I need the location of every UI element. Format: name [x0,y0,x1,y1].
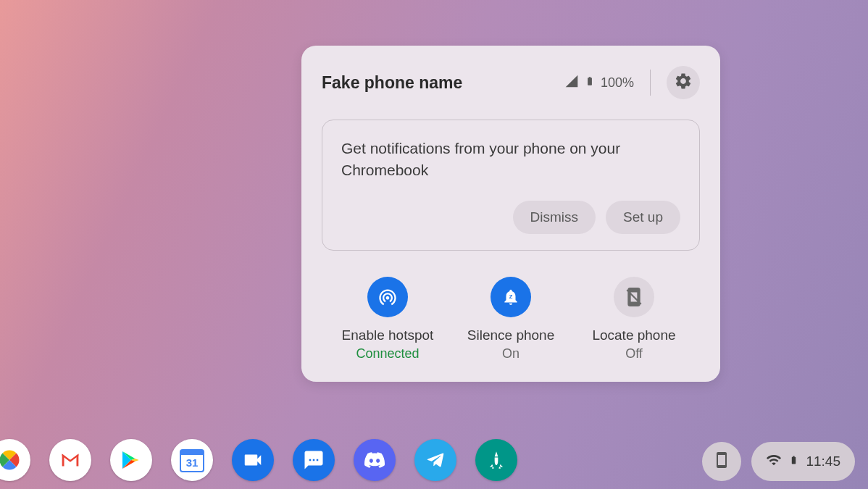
app-photos[interactable] [0,439,30,481]
tile-status: Off [625,346,643,361]
silence-icon: Z [491,277,531,317]
phone-hub-button[interactable] [702,442,741,481]
tile-label: Silence phone [467,327,554,343]
app-calendar[interactable]: 31 [171,439,213,481]
tile-status: Connected [356,346,419,361]
svg-text:31: 31 [186,456,199,469]
clock: 11:45 [806,454,840,469]
wifi-icon [766,452,782,471]
app-play-store[interactable] [110,439,152,481]
notification-actions: Dismiss Set up [341,201,680,234]
tile-label: Locate phone [592,327,675,343]
shelf-right: 11:45 [702,442,855,481]
app-discord[interactable] [354,439,396,481]
app-duo[interactable] [232,439,274,481]
silence-phone-tile[interactable]: Z Silence phone On [449,277,572,361]
quick-action-tiles: Enable hotspot Connected Z Silence phone… [322,277,700,361]
svg-rect-2 [180,450,204,455]
battery-percentage: 100% [601,75,634,91]
shelf: 31 [0,431,868,489]
divider [650,70,651,96]
app-telegram[interactable] [414,439,456,481]
app-gmail[interactable] [49,439,91,481]
enable-hotspot-tile[interactable]: Enable hotspot Connected [326,277,449,361]
app-squid[interactable] [475,439,517,481]
locate-phone-tile[interactable]: Locate phone Off [572,277,696,361]
phone-name: Fake phone name [322,73,564,93]
setup-button[interactable]: Set up [606,201,680,234]
tile-status: On [502,346,519,361]
svg-text:Z: Z [509,293,513,300]
signal-icon [564,74,579,91]
settings-button[interactable] [667,66,700,99]
notification-text: Get notifications from your phone on you… [341,138,680,182]
phone-hub-panel: Fake phone name 100% Get notifications f… [301,46,720,382]
battery-icon [585,73,595,92]
gear-icon [674,72,693,93]
hotspot-icon [367,277,408,317]
notification-card: Get notifications from your phone on you… [322,120,700,251]
panel-header: Fake phone name 100% [322,66,700,99]
shelf-apps: 31 [0,439,517,481]
locate-icon [614,277,654,317]
battery-icon [789,453,798,470]
phone-status-icons: 100% [564,66,700,99]
status-area[interactable]: 11:45 [751,442,855,481]
dismiss-button[interactable]: Dismiss [513,201,596,234]
app-messages[interactable] [293,439,335,481]
tile-label: Enable hotspot [342,327,434,343]
phone-icon [713,451,730,472]
